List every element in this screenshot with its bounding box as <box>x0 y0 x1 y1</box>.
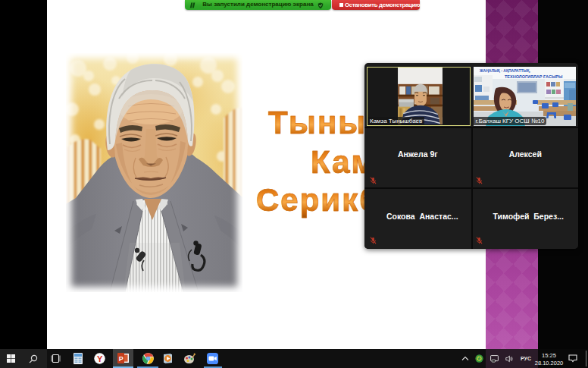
svg-text:Y: Y <box>97 354 103 363</box>
svg-text:ТЕХНОЛОГИЯЛАР ҒАСЫРЫ: ТЕХНОЛОГИЯЛАР ҒАСЫРЫ <box>505 74 563 78</box>
svg-text:P: P <box>119 355 124 363</box>
svg-text:ЖАҢАЛЫҚ - АҚПАРАТТЫҚ,: ЖАҢАЛЫҚ - АҚПАРАТТЫҚ, <box>479 68 530 73</box>
